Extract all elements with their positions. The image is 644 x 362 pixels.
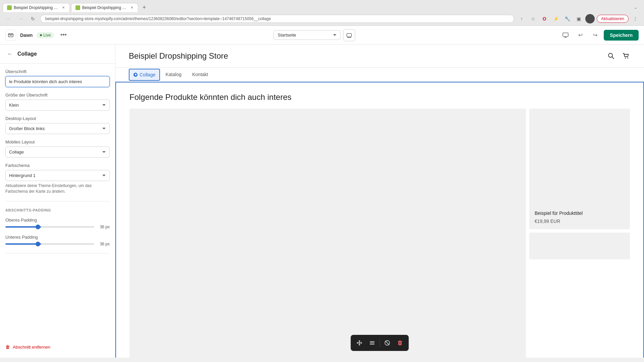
unteres-padding-value: 36 px	[98, 242, 110, 246]
redo-button[interactable]: ↪	[589, 29, 601, 41]
page-dropdown[interactable]: Startseite Katalog Kontakt	[273, 30, 340, 40]
groesse-label: Größe der Überschrift	[5, 93, 110, 98]
collage-product-block[interactable]: Beispiel für Produkttitel €19,99 EUR	[529, 109, 630, 229]
ft-divider	[380, 339, 380, 347]
tab-close-1[interactable]: ✕	[61, 5, 65, 10]
tab-close-2[interactable]: ✕	[130, 5, 134, 10]
oberes-padding-label: Oberes Padding	[5, 218, 42, 223]
farbschema-select[interactable]: Hintergrund 1 Hintergrund 2 Akzent	[5, 170, 110, 181]
app-toolbar: Dawn Live ••• Startseite Katalog Kontakt…	[0, 26, 644, 45]
nav-item-collage-label: Collage	[140, 72, 155, 77]
collage-product-image	[535, 114, 625, 208]
browser-extend: ⌄	[634, 5, 641, 10]
live-badge: Live	[37, 32, 54, 38]
back-nav-button[interactable]: ←	[4, 14, 13, 23]
url-text: beispiel-dropshipping-store.myshopify.co…	[45, 16, 271, 21]
app-container: Dawn Live ••• Startseite Katalog Kontakt…	[0, 26, 644, 358]
collage-section: Folgende Produkte könnten dich auch inte…	[115, 82, 644, 358]
star-button[interactable]: ☆	[528, 14, 538, 23]
live-label: Live	[43, 33, 51, 38]
svg-rect-2	[563, 33, 568, 37]
sidebar-header: ← Collage	[0, 45, 115, 64]
farbschema-label: Farbschema	[5, 163, 110, 168]
preview-frame: Beispiel Dropshipping Store Coll	[115, 45, 644, 358]
cart-icon[interactable]	[621, 51, 631, 61]
main-area: ← Collage Überschrift Größe der Überschr…	[0, 45, 644, 358]
ft-move-btn[interactable]	[354, 337, 366, 349]
update-button[interactable]: Aktualisieren	[597, 15, 629, 23]
more-options-btn[interactable]: •••	[58, 30, 69, 41]
padding-section-label: ABSCHNITTS-PADDING	[5, 208, 110, 212]
tab-favicon-1	[7, 5, 12, 10]
page-select-group: Startseite Katalog Kontakt	[273, 29, 355, 41]
oberes-padding-control: 36 px	[5, 225, 110, 229]
groesse-select[interactable]: Klein Mittel Groß	[5, 100, 110, 111]
nav-item-kontakt[interactable]: Kontakt	[187, 68, 213, 82]
extension-icon-2[interactable]: 🔧	[562, 14, 572, 23]
tab-label-2: Beispiel Dropshipping Store - ...	[82, 5, 128, 10]
ft-reorder-btn[interactable]	[366, 337, 378, 349]
tab-bar: Beispiel Dropshipping Store -... ✕ Beisp…	[0, 0, 644, 12]
preview-area: Beispiel Dropshipping Store Coll	[115, 45, 644, 358]
ft-delete-btn[interactable]	[394, 337, 406, 349]
tab-favicon-2	[75, 5, 80, 10]
store-nav: Collage Katalog Kontakt	[115, 68, 644, 82]
forward-nav-button[interactable]: →	[16, 14, 25, 23]
sidebar-body: Überschrift Größe der Überschrift Klein …	[0, 64, 115, 358]
desktop-view-button[interactable]	[559, 29, 572, 41]
delete-label: Abschnitt entfernen	[13, 345, 50, 350]
preview-toggle[interactable]	[343, 29, 355, 41]
live-dot	[40, 34, 42, 36]
oberes-padding-slider[interactable]	[5, 226, 94, 228]
desktop-layout-select[interactable]: Großer Block links Großer Block rechts G…	[5, 123, 110, 134]
groesse-group: Größe der Überschrift Klein Mittel Groß	[5, 93, 110, 111]
opera-icon[interactable]: O	[540, 14, 549, 23]
theme-name: Dawn	[20, 33, 33, 38]
browser-chrome: Beispiel Dropshipping Store -... ✕ Beisp…	[0, 0, 644, 26]
search-icon[interactable]	[606, 51, 616, 61]
tab-label-1: Beispiel Dropshipping Store -...	[14, 5, 59, 10]
unteres-padding-slider[interactable]	[5, 243, 94, 245]
url-bar[interactable]: beispiel-dropshipping-store.myshopify.co…	[40, 15, 514, 23]
store-name: Beispiel Dropshipping Store	[129, 51, 228, 61]
ueberschrift-input[interactable]	[5, 76, 110, 87]
oberes-padding-group: Oberes Padding 36 px	[5, 218, 110, 229]
sidebar-back-button[interactable]: ←	[5, 49, 15, 59]
share-button[interactable]: ↑	[517, 14, 526, 23]
svg-point-4	[625, 58, 626, 59]
mobiles-layout-label: Mobiles Layout	[5, 139, 110, 144]
svg-rect-1	[347, 34, 352, 37]
app-back-button[interactable]	[5, 30, 16, 41]
mobiles-layout-group: Mobiles Layout Collage Spalte Halbiert	[5, 139, 110, 158]
more-options-button[interactable]: ⋮	[631, 14, 640, 23]
browser-actions: ↑ ☆ O ⚡ 🔧 ▣ Aktualisieren ⋮	[517, 14, 640, 23]
mobiles-layout-select[interactable]: Collage Spalte Halbiert	[5, 146, 110, 158]
section-divider	[5, 201, 110, 201]
unteres-padding-control: 36 px	[5, 242, 110, 246]
product-title: Beispiel für Produkttitel	[535, 210, 625, 216]
desktop-layout-label: Desktop-Layout	[5, 116, 110, 121]
refresh-button[interactable]: ↻	[28, 14, 38, 23]
extension-icon[interactable]: ⚡	[551, 14, 560, 23]
tab-2[interactable]: Beispiel Dropshipping Store - ... ✕	[71, 3, 138, 12]
user-avatar[interactable]	[585, 14, 595, 23]
ft-unlink-btn[interactable]	[381, 337, 393, 349]
collage-product-block-2	[529, 233, 630, 259]
new-tab-button[interactable]: +	[140, 3, 149, 12]
nav-item-collage-highlighted[interactable]: Collage	[129, 69, 160, 81]
ueberschrift-label: Überschrift	[5, 69, 110, 74]
collage-main-block[interactable]: Name deiner Kategorie →	[129, 109, 526, 358]
tab-1[interactable]: Beispiel Dropshipping Store -... ✕	[3, 3, 70, 12]
store-icons	[606, 51, 631, 61]
floating-toolbar	[351, 335, 409, 351]
save-button[interactable]: Speichern	[604, 30, 639, 41]
bottom-divider	[5, 253, 110, 253]
nav-item-katalog[interactable]: Katalog	[160, 68, 186, 82]
wallet-icon[interactable]: ▣	[574, 14, 583, 23]
store-header: Beispiel Dropshipping Store	[115, 45, 644, 68]
undo-button[interactable]: ↩	[574, 29, 586, 41]
oberes-padding-value: 36 px	[98, 225, 110, 229]
delete-section-button[interactable]: 🗑 Abschnitt entfernen	[5, 342, 110, 352]
svg-point-5	[627, 58, 628, 59]
farbschema-group: Farbschema Hintergrund 1 Hintergrund 2 A…	[5, 163, 110, 194]
